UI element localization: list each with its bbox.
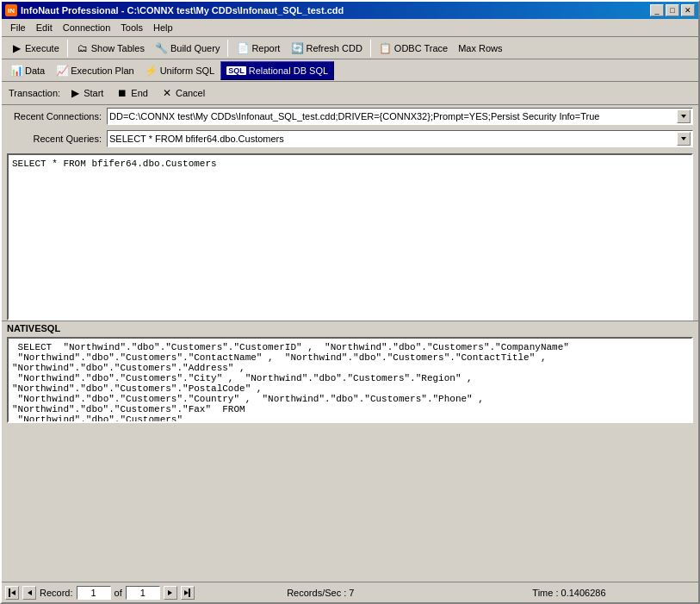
- start-label: Start: [84, 88, 103, 98]
- separator1: [67, 40, 68, 57]
- nav-last-button[interactable]: [181, 586, 195, 600]
- status-text-area: Records/Sec : 7 Time : 0.1406286: [198, 588, 695, 598]
- record-input[interactable]: [77, 586, 111, 600]
- data-label: Data: [25, 65, 45, 76]
- recent-connections-label: Recent Connections:: [7, 111, 102, 121]
- report-icon: 📄: [236, 41, 250, 55]
- minimize-button[interactable]: _: [650, 4, 664, 16]
- build-query-icon: 🔧: [155, 41, 169, 55]
- recent-connections-combo[interactable]: DD=C:\CONNX test\My CDDs\Infonaut_SQL_te…: [107, 108, 693, 125]
- report-button[interactable]: 📄 Report: [232, 39, 284, 58]
- nav-prev-icon: [28, 590, 32, 595]
- cancel-icon: ✕: [160, 86, 174, 100]
- nav-first-button[interactable]: [5, 586, 19, 600]
- max-rows-button[interactable]: Max Rows: [454, 39, 506, 58]
- show-tables-label: Show Tables: [91, 43, 145, 53]
- native-sql-content: SELECT "Northwind"."dbo"."Customers"."Cu…: [12, 342, 569, 423]
- app-icon: IN: [5, 4, 17, 16]
- title-bar-text: IN InfoNaut Professional - C:\CONNX test…: [5, 4, 344, 16]
- nav-prev-button[interactable]: [22, 586, 36, 600]
- menu-tools[interactable]: Tools: [115, 21, 148, 34]
- uniform-sql-icon: ⚡: [145, 64, 158, 78]
- empty-area: [2, 425, 698, 582]
- nav-first-icon: [9, 588, 15, 597]
- odbc-trace-icon: 📋: [379, 41, 393, 55]
- of-label: of: [115, 588, 122, 598]
- recent-queries-label: Recent Queries:: [7, 134, 102, 144]
- uniform-sql-button[interactable]: ⚡ Uniform SQL: [140, 61, 220, 80]
- query-editor[interactable]: SELECT * FROM bfifer64.dbo.Customers: [7, 153, 693, 321]
- menu-edit[interactable]: Edit: [31, 21, 58, 34]
- status-bar: Record: of Records/Sec : 7 Time : 0.1406…: [2, 582, 698, 602]
- recent-connections-arrow[interactable]: [677, 109, 691, 123]
- separator3: [370, 40, 371, 57]
- build-query-label: Build Query: [170, 43, 220, 53]
- start-button[interactable]: ▶ Start: [64, 84, 108, 103]
- maximize-button[interactable]: □: [666, 4, 679, 16]
- close-button[interactable]: ✕: [681, 4, 695, 16]
- nav-next-button[interactable]: [164, 586, 177, 600]
- end-icon: ⏹: [115, 86, 129, 100]
- refresh-cdd-icon: 🔄: [290, 41, 304, 55]
- title-controls: _ □ ✕: [650, 4, 695, 16]
- native-sql-header: NATIVESQL: [2, 321, 698, 335]
- show-tables-button[interactable]: 🗂 Show Tables: [71, 39, 149, 58]
- recent-queries-row: Recent Queries: SELECT * FROM bfifer64.d…: [2, 128, 698, 150]
- total-records-input[interactable]: [126, 586, 160, 600]
- nav-next-icon: [168, 590, 172, 595]
- menu-help[interactable]: Help: [148, 21, 178, 34]
- recent-queries-combo[interactable]: SELECT * FROM bfifer64.dbo.Customers: [107, 130, 693, 147]
- chevron-down-icon: [681, 115, 686, 118]
- execute-label: Execute: [25, 43, 59, 53]
- end-label: End: [131, 88, 148, 98]
- odbc-trace-button[interactable]: 📋 ODBC Trace: [375, 39, 452, 58]
- native-sql-title: NATIVESQL: [7, 323, 60, 333]
- odbc-trace-label: ODBC Trace: [394, 43, 448, 53]
- execute-button[interactable]: ▶ Execute: [5, 39, 64, 58]
- recent-queries-value: SELECT * FROM bfifer64.dbo.Customers: [109, 134, 677, 144]
- show-tables-icon: 🗂: [76, 41, 90, 55]
- relational-db-sql-button[interactable]: SQL Relational DB SQL: [220, 61, 334, 80]
- native-sql-area[interactable]: SELECT "Northwind"."dbo"."Customers"."Cu…: [7, 337, 693, 423]
- relational-db-sql-label: Relational DB SQL: [249, 65, 328, 76]
- start-icon: ▶: [68, 86, 82, 100]
- execution-plan-button[interactable]: 📈 Execution Plan: [51, 61, 138, 80]
- sql-icon: SQL: [226, 66, 246, 75]
- title-text: InfoNaut Professional - C:\CONNX test\My…: [21, 5, 344, 16]
- separator2: [227, 40, 228, 57]
- menu-file[interactable]: File: [5, 21, 31, 34]
- cancel-label: Cancel: [176, 88, 205, 98]
- end-button[interactable]: ⏹ End: [111, 84, 152, 103]
- recent-connections-value: DD=C:\CONNX test\My CDDs\Infonaut_SQL_te…: [109, 111, 677, 121]
- menubar: File Edit Connection Tools Help: [2, 19, 698, 37]
- cancel-button[interactable]: ✕ Cancel: [156, 84, 209, 103]
- main-window: IN InfoNaut Professional - C:\CONNX test…: [0, 0, 700, 604]
- refresh-cdd-button[interactable]: 🔄 Refresh CDD: [286, 39, 366, 58]
- execution-plan-icon: 📈: [55, 64, 69, 78]
- recent-connections-row: Recent Connections: DD=C:\CONNX test\My …: [2, 105, 698, 128]
- menu-connection[interactable]: Connection: [58, 21, 116, 34]
- execute-icon: ▶: [9, 41, 23, 55]
- chevron-down-icon-2: [681, 137, 686, 140]
- uniform-sql-label: Uniform SQL: [160, 65, 215, 76]
- execution-plan-label: Execution Plan: [71, 65, 133, 76]
- time-display: Time : 0.1406286: [532, 588, 605, 598]
- build-query-button[interactable]: 🔧 Build Query: [151, 39, 224, 58]
- report-label: Report: [251, 43, 280, 53]
- recent-queries-arrow[interactable]: [677, 132, 691, 146]
- max-rows-label: Max Rows: [458, 43, 502, 53]
- data-icon: 📊: [9, 64, 23, 78]
- title-bar: IN InfoNaut Professional - C:\CONNX test…: [2, 2, 698, 19]
- query-text: SELECT * FROM bfifer64.dbo.Customers: [12, 159, 217, 169]
- toolbar1: ▶ Execute 🗂 Show Tables 🔧 Build Query 📄 …: [2, 37, 698, 59]
- record-label: Record:: [40, 588, 73, 598]
- transaction-label: Transaction:: [9, 88, 60, 98]
- data-tab-button[interactable]: 📊 Data: [5, 61, 49, 80]
- transaction-bar: Transaction: ▶ Start ⏹ End ✕ Cancel: [2, 82, 698, 105]
- records-per-sec: Records/Sec : 7: [287, 588, 354, 598]
- toolbar2: 📊 Data 📈 Execution Plan ⚡ Uniform SQL SQ…: [2, 59, 698, 82]
- refresh-cdd-label: Refresh CDD: [306, 43, 362, 53]
- nav-last-icon: [184, 588, 191, 597]
